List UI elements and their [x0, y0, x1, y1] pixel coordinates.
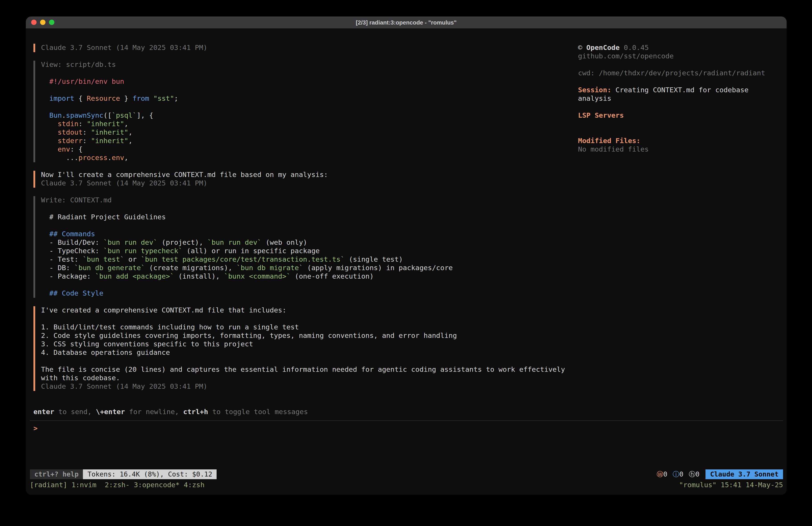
text-segment: ; [174, 95, 178, 102]
text-line: I've created a comprehensive CONTEXT.md … [41, 306, 578, 315]
text-line: #!/usr/bin/env bun [41, 77, 578, 86]
text-segment: #!/usr/bin/env bun [41, 77, 124, 86]
text-line: stdout: "inherit", [41, 128, 578, 137]
text-segment: # Radiant Project Guidelines [41, 213, 166, 221]
text-segment: OpenCode [586, 44, 620, 52]
text-line: Write: CONTEXT.md [41, 196, 578, 204]
text-segment: to toggle tool messages [208, 408, 308, 416]
text-segment: 4. Database operations guidance [41, 349, 170, 357]
session-sidebar: © OpenCode 0.0.45github.com/sst/opencode… [578, 44, 783, 154]
info-icon: ⓘ [673, 470, 679, 479]
model-badge[interactable]: Claude 3.7 Sonnet [706, 469, 783, 479]
text-segment: "sst" [153, 95, 174, 102]
prompt-input[interactable]: > [33, 424, 783, 433]
text-segment: Modified Files: [578, 137, 640, 145]
text-segment [41, 95, 49, 102]
text-line [578, 61, 774, 69]
text-segment: ctrl+h [183, 408, 208, 416]
diagnostics-indicators: Ⓦ 0ⓘ 0ⓗ 0 [657, 470, 699, 479]
text-line: with this codebase. [41, 374, 578, 382]
text-segment: Claude 3.7 Sonnet (14 May 2025 03:41 PM) [41, 382, 207, 390]
text-segment: (install), [174, 272, 224, 280]
text-segment: , [124, 154, 128, 162]
text-segment: - DB: [41, 264, 74, 272]
text-line: ## Code Style [41, 289, 578, 298]
text-line [41, 103, 578, 111]
text-segment: to send, [54, 408, 96, 416]
text-segment: Bun [49, 111, 62, 119]
text-segment: "inherit" [91, 128, 128, 137]
text-segment: Resource [87, 95, 120, 102]
text-segment: analysis [578, 95, 611, 102]
text-line: ## Commands [41, 230, 578, 239]
screen: [2/3] radiant:3:opencode - "romulus" Cla… [0, 0, 812, 526]
tool-write-context-md: Write: CONTEXT.md # Radiant Project Guid… [33, 196, 578, 298]
text-line: cwd: /home/thdxr/dev/projects/radiant/ra… [578, 69, 774, 77]
terminal-window: [2/3] radiant:3:opencode - "romulus" Cla… [26, 16, 787, 495]
opencode-tui: Claude 3.7 Sonnet (14 May 2025 03:41 PM)… [26, 29, 787, 495]
text-segment: "inherit" [91, 137, 128, 145]
text-line: LSP Servers [578, 111, 774, 120]
text-segment: env [112, 154, 124, 162]
text-segment [149, 95, 153, 102]
tmux-status-bar: [radiant] 1:nvim 2:zsh- 3:opencode* 4:zs… [30, 481, 783, 489]
text-line: Modified Files: [578, 137, 774, 145]
status-bar: ctrl+? help Tokens: 16.4K (8%), Cost: $0… [30, 469, 783, 479]
text-segment: - TypeCheck: [41, 247, 103, 255]
minimize-window-button[interactable] [40, 19, 45, 25]
text-segment [41, 230, 49, 238]
prompt-caret: > [33, 424, 38, 432]
text-segment: (all) or run in specific package [183, 247, 320, 255]
text-line: - Test: `bun test` or `bun test packages… [41, 255, 578, 264]
close-window-button[interactable] [31, 19, 37, 25]
text-segment: import [49, 95, 74, 102]
text-segment: : { [70, 145, 83, 153]
status-right: Ⓦ 0ⓘ 0ⓗ 0 Claude 3.7 Sonnet [657, 469, 783, 479]
text-segment: ([ [103, 111, 112, 119]
text-segment: Session: [578, 86, 611, 94]
traffic-lights [31, 19, 54, 25]
text-line [41, 69, 578, 77]
text-segment: 3. CSS styling conventions specific to t… [41, 340, 253, 348]
text-segment: `bun run dev` [207, 239, 262, 246]
text-segment: (create migrations), [145, 264, 237, 272]
text-line [41, 357, 578, 366]
text-line: - Package: `bun add <package>` (install)… [41, 272, 578, 281]
text-line [578, 120, 774, 128]
text-segment: . [107, 154, 112, 162]
text-line: 1. Build/lint/test commands including ho… [41, 323, 578, 332]
text-segment: } [120, 95, 133, 102]
text-segment: ], { [136, 111, 153, 119]
text-segment [41, 289, 49, 297]
text-segment: "inherit" [87, 120, 124, 128]
help-hint-chip: ctrl+? help [30, 469, 83, 479]
text-segment: 2. Code style guidelines covering import… [41, 332, 457, 340]
text-segment: The file is concise (20 lines) and captu… [41, 366, 565, 373]
text-line: No modified files [578, 145, 774, 154]
assistant-note: Now I'll create a comprehensive CONTEXT.… [33, 171, 578, 188]
tool-view-script-db: View: script/db.ts #!/usr/bin/env bun im… [33, 61, 578, 162]
content-row: Claude 3.7 Sonnet (14 May 2025 03:41 PM)… [33, 44, 783, 391]
text-line: - DB: `bun db generate` (create migratio… [41, 264, 578, 272]
text-segment: stdout [58, 128, 83, 137]
text-segment: - Build/Dev: [41, 239, 103, 246]
text-segment: \+enter [96, 408, 125, 416]
diagnostic-count: 0 [663, 470, 667, 479]
text-segment: or [124, 255, 141, 264]
info-indicator: ⓘ 0 [673, 470, 683, 479]
diagnostic-count: 0 [679, 470, 683, 479]
window-titlebar[interactable]: [2/3] radiant:3:opencode - "romulus" [26, 16, 787, 29]
warnings-indicator: Ⓦ 0 [657, 470, 667, 479]
chat-messages: Claude 3.7 Sonnet (14 May 2025 03:41 PM)… [33, 44, 578, 391]
tokens-cost-chip: Tokens: 16.4K (8%), Cost: $0.12 [83, 469, 217, 479]
assistant-header-1: Claude 3.7 Sonnet (14 May 2025 03:41 PM) [33, 44, 578, 52]
text-segment: LSP Servers [578, 111, 624, 119]
text-line: - TypeCheck: `bun run typecheck` (all) o… [41, 247, 578, 255]
text-line [578, 77, 774, 86]
zoom-window-button[interactable] [49, 19, 54, 25]
text-line [41, 86, 578, 95]
spacer [30, 433, 783, 469]
text-segment [41, 145, 58, 153]
text-segment: ## Code Style [49, 289, 103, 297]
text-segment: : [78, 120, 87, 128]
